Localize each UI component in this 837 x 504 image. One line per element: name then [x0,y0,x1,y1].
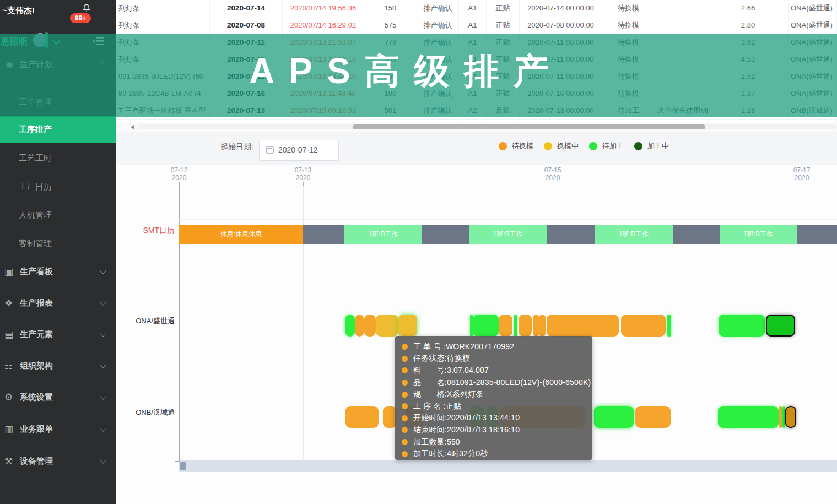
table-row[interactable]: 091-2835-30LED(12V)-(602020-07-112020/07… [116,68,837,85]
gantt-task-bar[interactable] [398,315,417,337]
table-cell: A1 [459,68,487,85]
gantt-task-bar[interactable] [345,406,379,428]
chevron-down-icon [100,362,106,368]
tooltip-text: 工 单 号 :WORK2007170992 [413,342,514,352]
sidebar-item-1[interactable]: 工单管理 [0,89,116,115]
gantt-task-bar[interactable] [514,315,517,337]
table-row[interactable]: 89-2835-12C4B-LM-A0 (42020-07-162020/07/… [116,85,837,102]
sidebar-group-3[interactable]: ▤生产元素 [0,322,116,348]
sidebar-group-1[interactable]: ▣生产看板 [0,259,116,285]
legend-dot [634,142,642,150]
tooltip-line: 工 单 号 :WORK2007170992 [402,341,592,353]
tooltip-text: 加工时长:4时32分0秒 [413,449,488,459]
tooltip-line: 品 名:081091-2835-80LED(12V)-(6000-6500K) [402,377,592,389]
sidebar-item-2[interactable]: 工序排产 [0,116,116,143]
chevron-up-icon [100,61,106,67]
start-date-picker[interactable]: 2020-07-12 [259,140,339,161]
chevron-down-icon[interactable] [53,37,60,45]
gantt-task-bar[interactable] [635,406,671,428]
sidebar-item-5[interactable]: 人机管理 [0,202,116,228]
y-axis-tick [175,270,179,270]
axis-tick [802,182,802,186]
calendar-segment [797,225,837,244]
gantt-task-bar[interactable] [519,315,532,337]
gantt-task-bar[interactable] [499,315,512,337]
gantt-task-bar[interactable] [621,315,666,337]
calendar-top-line [179,219,837,220]
tooltip-bullet-dot [402,403,408,409]
table-row[interactable]: 列灯条2020-07-112020/07/13 18:16:10550排产确认A… [116,51,837,68]
calendar-segment: 1班:B工作 [595,225,673,244]
gantt-task-bar[interactable] [533,315,539,337]
gantt-task-bar[interactable] [719,315,765,337]
gantt-task-bar[interactable] [766,315,795,337]
gantt-task-bar[interactable] [785,406,796,428]
gantt-row-label: ONB/汉城通 [116,408,175,418]
table-row[interactable]: T-三色驱动一体灯板 基本型2020-07-132020/07/19 09:16… [116,102,837,120]
table-cell: 排产确认 [417,34,459,51]
gantt-scroll-thumb[interactable] [180,462,186,470]
sidebar-group-2[interactable]: ❖生产报表 [0,290,116,317]
table-cell: 1.37 [708,85,789,102]
table-cell [655,85,708,102]
sidebar-item-4[interactable]: 工厂日历 [0,174,116,200]
tooltip-bullet-dot [402,427,408,433]
table-cell: ONB(汉城通) [789,102,837,119]
gantt-hscrollbar[interactable] [179,460,837,472]
table-cell: 待换模 [602,51,655,68]
table-scroll-thumb[interactable] [353,124,705,129]
sidebar-group-6[interactable]: ▥业务跟单 [0,416,116,443]
sidebar-item-6[interactable]: 客制管理 [0,230,116,257]
table-row[interactable]: 列灯条2020-07-112020/07/13 21:53:07779排产确认A… [116,34,837,51]
tooltip-line: 开始时间:2020/07/13 13:44:10 [402,413,592,425]
bell-icon[interactable] [82,3,91,13]
gantt-task-bar[interactable] [376,315,398,337]
calendar-icon [266,146,274,154]
table-cell: 列灯条 [116,34,210,51]
table-cell: 2.66 [708,0,789,17]
table-row[interactable]: 列灯条2020-07-082020/07/14 16:29:02575排产确认A… [116,17,837,34]
table-row[interactable]: 列灯条2020-07-142020/07/14 19:56:36150排产确认A… [116,0,837,17]
tooltip-line: 规 格:X系列灯条 [402,388,592,400]
sidebar-group-4[interactable]: ⚏组织架构 [0,353,116,380]
sidebar-item-label: 工厂日历 [19,182,52,192]
calendar-segment: 1班:B工作 [720,225,797,244]
gantt-task-bar[interactable] [718,406,779,428]
table-cell: 正贴 [487,85,520,102]
chevron-down-icon [100,299,106,305]
sidebar-item-production-plan[interactable]: ◉ 生产计划 [0,52,116,77]
table-cell: 501 [364,102,417,119]
table-cell [655,68,708,85]
table-cell: 550 [364,51,417,68]
calendar-segment [547,225,595,244]
table-cell: 2020/07/13 21:53:07 [283,34,364,51]
sidebar-item-3[interactable]: 工艺工时 [0,145,116,171]
tooltip-text: 加工数量:550 [413,437,460,447]
legend-item: 换模中 [544,141,579,151]
gantt-task-bar[interactable] [345,315,355,337]
table-cell: 2020-07-14 [210,0,283,17]
table-cell: T-三色驱动一体灯板 基本型 [116,102,210,119]
table-cell: 2020-07-13 00:00:00 [520,102,602,119]
table-cell [655,0,708,17]
gear-icon: ⚙ [4,392,13,403]
gantt-task-bar[interactable] [473,315,499,337]
table-cell: 4.53 [708,51,789,68]
sidebar-group-5[interactable]: ⚙系统设置 [0,384,116,411]
gantt-task-bar[interactable] [364,315,376,337]
gantt-task-bar[interactable] [594,406,634,428]
axis-tick [553,182,553,186]
gantt-task-bar[interactable] [547,315,619,337]
scroll-left-arrow[interactable] [131,125,134,129]
gantt-task-bar[interactable] [355,315,364,337]
sidebar-group-7[interactable]: ⚒设备管理 [0,448,116,475]
gantt-task-bar[interactable] [667,315,671,337]
report-icon: ❖ [4,297,13,309]
table-cell: ONA(盛世通) [789,34,837,51]
collapse-menu-icon[interactable] [91,34,106,48]
table-cell: 1.28 [708,102,789,119]
gantt-task-bar[interactable] [539,315,546,337]
table-cell: 排产确认 [417,85,459,102]
gantt-task-bar[interactable] [779,406,782,428]
table-cell [655,51,708,68]
